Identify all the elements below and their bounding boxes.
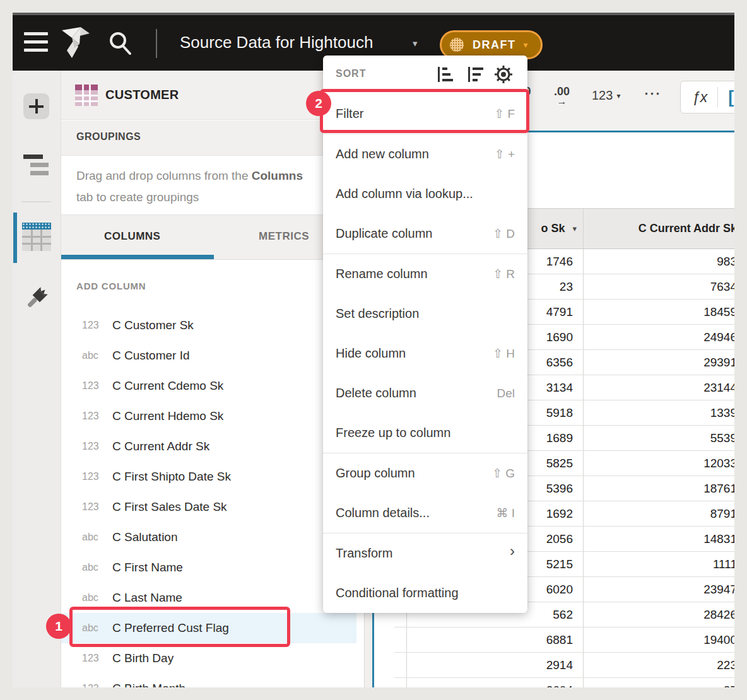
table-cell[interactable]: 983 (584, 249, 734, 274)
table-cell[interactable]: 2604 (407, 678, 584, 687)
number-format-dropdown[interactable]: 123▾ (592, 88, 620, 103)
table-cell[interactable]: 18459 (584, 300, 734, 324)
table-cell[interactable]: 28426 (584, 602, 734, 627)
table-cell[interactable]: 24946 (584, 325, 734, 349)
menu-item-delete-column[interactable]: Delete columnDel (323, 373, 527, 413)
groupings-section: GROUPINGS (61, 120, 365, 156)
table-cell[interactable]: 23144 (584, 375, 734, 400)
column-menu-caret-icon[interactable]: ▾ (572, 224, 577, 233)
menu-item-add-new-column[interactable]: Add new column⇧ + (323, 134, 527, 174)
column-list-item[interactable]: 123C Current Cdemo Sk (61, 371, 356, 401)
table-gutter-cell (394, 678, 407, 687)
table-cell[interactable]: 18761 (584, 476, 734, 501)
table-cell[interactable]: 2914 (407, 653, 584, 677)
context-menu-sort-row: SORT (323, 55, 527, 94)
column-list-item[interactable]: abcC First Name (61, 552, 356, 583)
table-cell[interactable]: 29391 (584, 350, 734, 375)
menu-item-hide-column[interactable]: Hide column⇧ H (323, 334, 527, 373)
column-type-tag: 123 (82, 411, 110, 422)
menu-item-label: Set description (336, 306, 419, 321)
format-brush-icon[interactable] (22, 284, 51, 313)
column-list-label: C Current Hdemo Sk (112, 409, 223, 423)
groupings-header: GROUPINGS (76, 131, 141, 143)
increase-decimal-button[interactable]: .00→ (554, 85, 570, 107)
table-cell[interactable]: 7634 (584, 274, 734, 299)
table-cell[interactable]: 27 (584, 678, 734, 687)
document-title-caret-icon[interactable]: ▾ (413, 38, 418, 49)
add-element-button[interactable] (23, 93, 49, 119)
menu-item-freeze-up-to-column[interactable]: Freeze up to column (323, 413, 527, 453)
table-cell[interactable]: 12033 (584, 451, 734, 475)
formula-bar[interactable]: ƒx [ (680, 81, 734, 114)
table-cell[interactable]: 19400 (584, 627, 734, 652)
table-row: 688119400 (394, 627, 734, 653)
column-list-item[interactable]: 123C Current Hdemo Sk (61, 401, 356, 431)
sort-ascending-icon[interactable] (435, 64, 456, 85)
table-gutter-cell (394, 653, 407, 677)
document-title[interactable]: Source Data for Hightouch (180, 33, 373, 52)
column-list-label: C Salutation (112, 530, 178, 544)
table-cell[interactable]: 5539 (584, 426, 734, 450)
fx-icon: ƒx (692, 89, 707, 106)
tab-columns[interactable]: COLUMNS (104, 230, 160, 243)
column-list-label: C First Name (112, 561, 183, 575)
formula-bracket: [ (728, 88, 734, 107)
column-list-label: C Current Cdemo Sk (112, 379, 223, 393)
column-type-tag: 123 (82, 471, 110, 482)
tab-metrics[interactable]: METRICS (259, 230, 309, 243)
column-list-item[interactable]: abcC Salutation (61, 522, 356, 552)
search-icon[interactable] (105, 28, 136, 59)
menu-item-add-column-via-lookup[interactable]: Add column via lookup... (323, 174, 527, 214)
draft-caret-icon: ▾ (524, 40, 528, 50)
menu-item-shortcut: ⇧ H (493, 346, 515, 361)
column-list-item[interactable]: 123C Birth Month (61, 674, 356, 687)
menu-item-set-description[interactable]: Set description (323, 294, 527, 334)
column-list-label: C Birth Month (112, 682, 185, 687)
sort-settings-gear-icon[interactable] (493, 64, 514, 85)
sort-descending-icon[interactable] (466, 64, 486, 85)
table-cell[interactable]: 1339 (584, 400, 734, 425)
table-row: 260427 (394, 678, 734, 687)
menu-item-conditional-formatting[interactable]: Conditional formatting (323, 573, 527, 613)
menu-item-group-column[interactable]: Group column⇧ G (323, 453, 527, 493)
table-cell[interactable]: 223 (584, 653, 734, 677)
table-cell[interactable]: 14831 (584, 527, 734, 551)
column-type-tag: 123 (82, 501, 110, 513)
column-list-label: C Birth Day (112, 651, 174, 665)
menu-item-column-details[interactable]: Column details...⌘ I (323, 493, 527, 533)
table-cell[interactable]: 23947 (584, 577, 734, 602)
column-list-item[interactable]: 123C Current Addr Sk (61, 431, 356, 462)
table-cell[interactable]: 1111 (584, 552, 734, 576)
sigma-logo-icon[interactable] (58, 25, 92, 61)
table-element-icon (75, 85, 98, 106)
column-list-item[interactable]: abcC Preferred Cust Flag (61, 613, 356, 643)
formula-bar-divider (717, 87, 718, 107)
menu-item-label: Add column via lookup... (336, 187, 473, 201)
column-type-tag: abc (82, 562, 110, 573)
more-options-button[interactable]: ⋯ (644, 83, 662, 103)
column-list-label: C Preferred Cust Flag (112, 621, 229, 635)
outline-panel-icon[interactable] (23, 155, 50, 177)
column-type-tag: 123 (82, 380, 110, 392)
column-list-item[interactable]: 123C First Sales Date Sk (61, 492, 356, 522)
menu-item-filter[interactable]: Filter⇧ F (323, 94, 527, 134)
menu-item-label: Freeze up to column (336, 426, 450, 440)
element-properties-icon[interactable] (22, 223, 51, 251)
column-type-tag: abc (82, 350, 110, 361)
column-list-label: C Last Name (112, 591, 182, 605)
column-list-item[interactable]: abcC Customer Id (61, 341, 356, 371)
column-type-tag: abc (82, 622, 110, 634)
table-gutter-cell (394, 627, 407, 652)
table-cell[interactable]: 6881 (407, 627, 584, 652)
menu-item-rename-column[interactable]: Rename column⇧ R (323, 254, 527, 294)
column-list-item[interactable]: abcC Last Name (61, 583, 356, 613)
menu-item-duplicate-column[interactable]: Duplicate column⇧ D (323, 214, 527, 254)
hamburger-menu-icon[interactable] (24, 30, 48, 55)
column-header-current-addr-sk[interactable]: C Current Addr Sk (584, 209, 734, 248)
column-list-item[interactable]: 123C Birth Day (61, 643, 356, 674)
menu-item-transform[interactable]: Transform› (323, 534, 527, 573)
table-cell[interactable]: 8791 (584, 501, 734, 526)
annotation-badge-step1: 1 (46, 614, 71, 639)
column-list-item[interactable]: 123C First Shipto Date Sk (61, 462, 356, 492)
column-list-item[interactable]: 123C Customer Sk (61, 310, 356, 341)
